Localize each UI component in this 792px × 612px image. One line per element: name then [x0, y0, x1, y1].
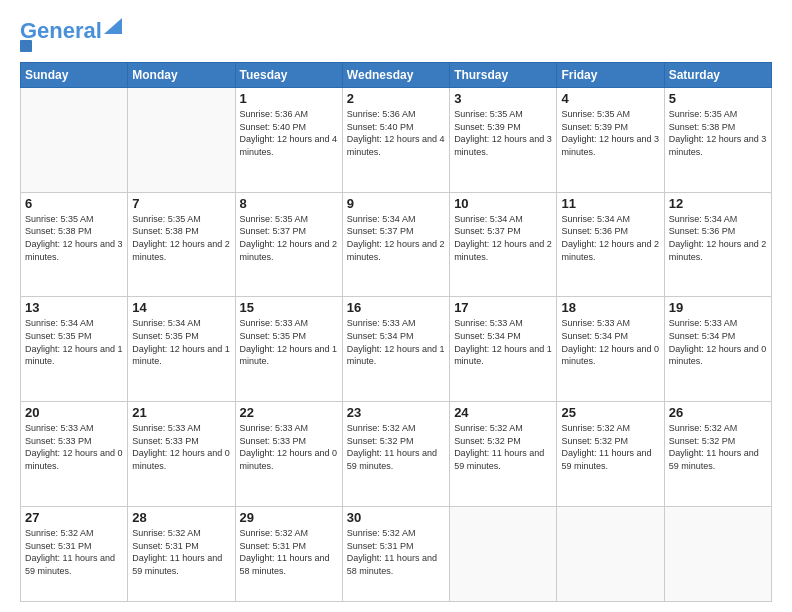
day-header-tuesday: Tuesday	[235, 63, 342, 88]
day-info: Sunrise: 5:36 AM Sunset: 5:40 PM Dayligh…	[240, 108, 338, 158]
day-number: 2	[347, 91, 445, 106]
day-info: Sunrise: 5:35 AM Sunset: 5:39 PM Dayligh…	[561, 108, 659, 158]
day-number: 6	[25, 196, 123, 211]
calendar-cell	[664, 506, 771, 601]
calendar-cell: 14Sunrise: 5:34 AM Sunset: 5:35 PM Dayli…	[128, 297, 235, 402]
calendar-cell: 27Sunrise: 5:32 AM Sunset: 5:31 PM Dayli…	[21, 506, 128, 601]
day-header-wednesday: Wednesday	[342, 63, 449, 88]
day-number: 16	[347, 300, 445, 315]
calendar-cell: 19Sunrise: 5:33 AM Sunset: 5:34 PM Dayli…	[664, 297, 771, 402]
day-info: Sunrise: 5:32 AM Sunset: 5:31 PM Dayligh…	[25, 527, 123, 577]
day-number: 30	[347, 510, 445, 525]
calendar-cell: 20Sunrise: 5:33 AM Sunset: 5:33 PM Dayli…	[21, 402, 128, 507]
day-number: 13	[25, 300, 123, 315]
day-number: 14	[132, 300, 230, 315]
calendar-week-4: 20Sunrise: 5:33 AM Sunset: 5:33 PM Dayli…	[21, 402, 772, 507]
day-info: Sunrise: 5:33 AM Sunset: 5:33 PM Dayligh…	[240, 422, 338, 472]
day-info: Sunrise: 5:32 AM Sunset: 5:31 PM Dayligh…	[132, 527, 230, 577]
calendar-cell	[128, 88, 235, 193]
day-number: 22	[240, 405, 338, 420]
calendar-cell: 25Sunrise: 5:32 AM Sunset: 5:32 PM Dayli…	[557, 402, 664, 507]
day-number: 17	[454, 300, 552, 315]
calendar-week-1: 1Sunrise: 5:36 AM Sunset: 5:40 PM Daylig…	[21, 88, 772, 193]
day-info: Sunrise: 5:35 AM Sunset: 5:38 PM Dayligh…	[25, 213, 123, 263]
logo-blue-box	[20, 40, 32, 52]
day-number: 15	[240, 300, 338, 315]
day-info: Sunrise: 5:33 AM Sunset: 5:33 PM Dayligh…	[25, 422, 123, 472]
day-number: 1	[240, 91, 338, 106]
day-info: Sunrise: 5:34 AM Sunset: 5:35 PM Dayligh…	[132, 317, 230, 367]
day-header-thursday: Thursday	[450, 63, 557, 88]
logo-text: General	[20, 20, 102, 42]
day-number: 28	[132, 510, 230, 525]
day-number: 21	[132, 405, 230, 420]
day-info: Sunrise: 5:32 AM Sunset: 5:32 PM Dayligh…	[561, 422, 659, 472]
day-info: Sunrise: 5:33 AM Sunset: 5:34 PM Dayligh…	[347, 317, 445, 367]
day-number: 4	[561, 91, 659, 106]
calendar-header-row: SundayMondayTuesdayWednesdayThursdayFrid…	[21, 63, 772, 88]
calendar-cell: 4Sunrise: 5:35 AM Sunset: 5:39 PM Daylig…	[557, 88, 664, 193]
calendar-cell: 21Sunrise: 5:33 AM Sunset: 5:33 PM Dayli…	[128, 402, 235, 507]
calendar-cell: 8Sunrise: 5:35 AM Sunset: 5:37 PM Daylig…	[235, 192, 342, 297]
day-number: 9	[347, 196, 445, 211]
calendar-cell: 23Sunrise: 5:32 AM Sunset: 5:32 PM Dayli…	[342, 402, 449, 507]
day-info: Sunrise: 5:33 AM Sunset: 5:34 PM Dayligh…	[454, 317, 552, 367]
day-number: 8	[240, 196, 338, 211]
day-info: Sunrise: 5:32 AM Sunset: 5:31 PM Dayligh…	[240, 527, 338, 577]
calendar-cell: 13Sunrise: 5:34 AM Sunset: 5:35 PM Dayli…	[21, 297, 128, 402]
calendar-cell	[557, 506, 664, 601]
calendar-cell: 28Sunrise: 5:32 AM Sunset: 5:31 PM Dayli…	[128, 506, 235, 601]
day-number: 25	[561, 405, 659, 420]
calendar-week-5: 27Sunrise: 5:32 AM Sunset: 5:31 PM Dayli…	[21, 506, 772, 601]
day-info: Sunrise: 5:35 AM Sunset: 5:39 PM Dayligh…	[454, 108, 552, 158]
day-number: 12	[669, 196, 767, 211]
day-number: 3	[454, 91, 552, 106]
day-number: 19	[669, 300, 767, 315]
day-number: 27	[25, 510, 123, 525]
calendar-cell: 12Sunrise: 5:34 AM Sunset: 5:36 PM Dayli…	[664, 192, 771, 297]
calendar-cell: 2Sunrise: 5:36 AM Sunset: 5:40 PM Daylig…	[342, 88, 449, 193]
day-number: 18	[561, 300, 659, 315]
calendar-cell: 26Sunrise: 5:32 AM Sunset: 5:32 PM Dayli…	[664, 402, 771, 507]
calendar-table: SundayMondayTuesdayWednesdayThursdayFrid…	[20, 62, 772, 602]
day-info: Sunrise: 5:35 AM Sunset: 5:38 PM Dayligh…	[132, 213, 230, 263]
day-info: Sunrise: 5:33 AM Sunset: 5:35 PM Dayligh…	[240, 317, 338, 367]
day-number: 11	[561, 196, 659, 211]
calendar-cell: 22Sunrise: 5:33 AM Sunset: 5:33 PM Dayli…	[235, 402, 342, 507]
calendar-cell: 24Sunrise: 5:32 AM Sunset: 5:32 PM Dayli…	[450, 402, 557, 507]
day-number: 10	[454, 196, 552, 211]
day-header-sunday: Sunday	[21, 63, 128, 88]
day-info: Sunrise: 5:32 AM Sunset: 5:31 PM Dayligh…	[347, 527, 445, 577]
logo: General	[20, 18, 122, 52]
day-info: Sunrise: 5:34 AM Sunset: 5:36 PM Dayligh…	[669, 213, 767, 263]
page: General SundayMondayTuesdayWednesdayThur…	[0, 0, 792, 612]
header: General	[20, 18, 772, 52]
day-header-monday: Monday	[128, 63, 235, 88]
logo-arrow-icon	[104, 18, 122, 34]
day-info: Sunrise: 5:32 AM Sunset: 5:32 PM Dayligh…	[347, 422, 445, 472]
calendar-cell	[450, 506, 557, 601]
calendar-cell: 3Sunrise: 5:35 AM Sunset: 5:39 PM Daylig…	[450, 88, 557, 193]
calendar-week-2: 6Sunrise: 5:35 AM Sunset: 5:38 PM Daylig…	[21, 192, 772, 297]
day-header-saturday: Saturday	[664, 63, 771, 88]
calendar-cell: 7Sunrise: 5:35 AM Sunset: 5:38 PM Daylig…	[128, 192, 235, 297]
calendar-cell	[21, 88, 128, 193]
svg-marker-0	[104, 18, 122, 34]
calendar-cell: 6Sunrise: 5:35 AM Sunset: 5:38 PM Daylig…	[21, 192, 128, 297]
day-number: 7	[132, 196, 230, 211]
day-info: Sunrise: 5:33 AM Sunset: 5:33 PM Dayligh…	[132, 422, 230, 472]
day-info: Sunrise: 5:32 AM Sunset: 5:32 PM Dayligh…	[669, 422, 767, 472]
calendar-cell: 16Sunrise: 5:33 AM Sunset: 5:34 PM Dayli…	[342, 297, 449, 402]
day-number: 26	[669, 405, 767, 420]
day-header-friday: Friday	[557, 63, 664, 88]
calendar-cell: 5Sunrise: 5:35 AM Sunset: 5:38 PM Daylig…	[664, 88, 771, 193]
day-number: 29	[240, 510, 338, 525]
calendar-cell: 1Sunrise: 5:36 AM Sunset: 5:40 PM Daylig…	[235, 88, 342, 193]
day-info: Sunrise: 5:33 AM Sunset: 5:34 PM Dayligh…	[561, 317, 659, 367]
day-info: Sunrise: 5:34 AM Sunset: 5:37 PM Dayligh…	[454, 213, 552, 263]
calendar-cell: 18Sunrise: 5:33 AM Sunset: 5:34 PM Dayli…	[557, 297, 664, 402]
calendar-cell: 10Sunrise: 5:34 AM Sunset: 5:37 PM Dayli…	[450, 192, 557, 297]
day-info: Sunrise: 5:34 AM Sunset: 5:37 PM Dayligh…	[347, 213, 445, 263]
calendar-cell: 9Sunrise: 5:34 AM Sunset: 5:37 PM Daylig…	[342, 192, 449, 297]
day-info: Sunrise: 5:34 AM Sunset: 5:35 PM Dayligh…	[25, 317, 123, 367]
